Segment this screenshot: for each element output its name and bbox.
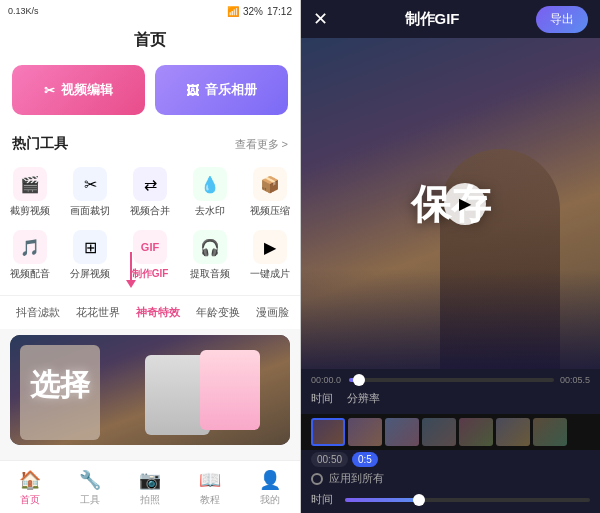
thumbnail-2[interactable] [348,418,382,446]
timeline-bar[interactable] [349,378,554,382]
bottom-nav: 🏠 首页 🔧 工具 📷 拍照 📖 教程 👤 我的 [0,460,300,513]
cut-video-label: 截剪视频 [10,204,50,218]
tutorial-nav-icon: 📖 [199,469,221,491]
status-signal: 📶 [227,6,239,17]
filter-tags-row: 抖音滤款 花花世界 神奇特效 年龄变换 漫画脸 卡点 [0,295,300,329]
nav-tools-label: 工具 [80,493,100,507]
time-section-label: 时间 [311,391,339,406]
tools-section-header: 热门工具 查看更多 > [0,127,300,157]
music-album-label: 音乐相册 [205,81,257,99]
nav-profile[interactable]: 👤 我的 [240,465,300,511]
timeline-row: 00:00.0 00:05.5 [311,375,590,385]
dubbing-icon: 🎵 [13,230,47,264]
time-chip-row: 00:50 0:5 [301,450,600,467]
status-speed: 0.13K/s [8,6,39,16]
nav-profile-label: 我的 [260,493,280,507]
promo-big-text: 选择 [30,365,90,406]
status-time: 17:12 [267,6,292,17]
time-control-row: 时间 分辨率 [311,389,590,408]
thumbnails-row [301,414,600,450]
music-album-button[interactable]: 🖼 音乐相册 [155,65,288,115]
video-edit-label: 视频编辑 [61,81,113,99]
tool-extract-audio[interactable]: 🎧 提取音频 [180,224,240,287]
filter-beat[interactable]: 卡点 [297,302,300,323]
scissors-icon: ✂ [44,83,55,98]
split-screen-label: 分屏视频 [70,267,110,281]
apply-all-radio[interactable] [311,473,323,485]
tools-grid: 🎬 截剪视频 ✂ 画面裁切 ⇄ 视频合并 💧 去水印 📦 视频压缩 🎵 视频配音… [0,157,300,295]
thumbnail-5[interactable] [459,418,493,446]
time-chip-1[interactable]: 00:50 [311,452,348,467]
filter-magic[interactable]: 神奇特效 [128,302,188,323]
export-button[interactable]: 导出 [536,6,588,33]
thumbnail-6[interactable] [496,418,530,446]
video-edit-button[interactable]: ✂ 视频编辑 [12,65,145,115]
thumbnail-3[interactable] [385,418,419,446]
extract-audio-icon: 🎧 [193,230,227,264]
tool-merge[interactable]: ⇄ 视频合并 [120,161,180,224]
crop-icon: ✂ [73,167,107,201]
extract-audio-label: 提取音频 [190,267,230,281]
play-button[interactable]: ▶ [444,183,486,225]
arrow-annotation [126,252,136,288]
arrow-line [130,252,132,280]
thumbnail-7[interactable] [533,418,567,446]
video-preview: 保存 ▶ [301,38,600,369]
apply-all-label: 应用到所有 [329,471,384,486]
time-end-label: 00:05.5 [560,375,590,385]
left-panel: 0.13K/s 📶 32% 17:12 首页 ✂ 视频编辑 🖼 音乐相册 热门工… [0,0,300,513]
tool-crop[interactable]: ✂ 画面裁切 [60,161,120,224]
filter-douyin[interactable]: 抖音滤款 [8,302,68,323]
photo-nav-icon: 📷 [139,469,161,491]
timeline-section: 00:00.0 00:05.5 时间 分辨率 [301,369,600,414]
apply-all-row: 应用到所有 [301,467,600,492]
nav-tutorial[interactable]: 📖 教程 [180,465,240,511]
bottom-time-slider: 时间 [301,492,600,513]
compress-icon: 📦 [253,167,287,201]
home-nav-icon: 🏠 [19,469,41,491]
nav-home-label: 首页 [20,493,40,507]
arrow-head [126,280,136,288]
filter-age[interactable]: 年龄变换 [188,302,248,323]
rate-section-label: 分辨率 [347,391,380,406]
watermark-icon: 💧 [193,167,227,201]
city-bg [301,269,600,369]
tool-cut-video[interactable]: 🎬 截剪视频 [0,161,60,224]
status-bar: 0.13K/s 📶 32% 17:12 [0,0,300,22]
slider-fill [345,498,419,502]
split-screen-icon: ⊞ [73,230,107,264]
home-header: 首页 [0,22,300,57]
make-gif-label: 制作GIF [132,267,169,281]
image-icon: 🖼 [186,83,199,98]
cut-video-icon: 🎬 [13,167,47,201]
promo-banner[interactable]: 选择 [10,335,290,445]
see-more-link[interactable]: 查看更多 > [235,137,288,152]
close-button[interactable]: ✕ [313,8,328,30]
watermark-label: 去水印 [195,204,225,218]
tool-watermark[interactable]: 💧 去水印 [180,161,240,224]
tool-split-screen[interactable]: ⊞ 分屏视频 [60,224,120,287]
one-click-icon: ▶ [253,230,287,264]
nav-photo-label: 拍照 [140,493,160,507]
tool-one-click[interactable]: ▶ 一键成片 [240,224,300,287]
time-start-label: 00:00.0 [311,375,343,385]
time-chip-2[interactable]: 0:5 [352,452,378,467]
thumbnail-1[interactable] [311,418,345,446]
gif-header: ✕ 制作GIF 导出 [301,0,600,38]
filter-flower[interactable]: 花花世界 [68,302,128,323]
slider-track[interactable] [345,498,590,502]
tools-nav-icon: 🔧 [79,469,101,491]
tool-compress[interactable]: 📦 视频压缩 [240,161,300,224]
nav-tools[interactable]: 🔧 工具 [60,465,120,511]
slider-time-label: 时间 [311,492,339,507]
tool-dubbing[interactable]: 🎵 视频配音 [0,224,60,287]
nav-photo[interactable]: 📷 拍照 [120,465,180,511]
nav-home[interactable]: 🏠 首页 [0,465,60,511]
make-gif-icon: GIF [133,230,167,264]
timeline-dot [353,374,365,386]
compress-label: 视频压缩 [250,204,290,218]
export-label: 导出 [550,12,574,26]
filter-comic[interactable]: 漫画脸 [248,302,297,323]
thumbnail-4[interactable] [422,418,456,446]
dubbing-label: 视频配音 [10,267,50,281]
